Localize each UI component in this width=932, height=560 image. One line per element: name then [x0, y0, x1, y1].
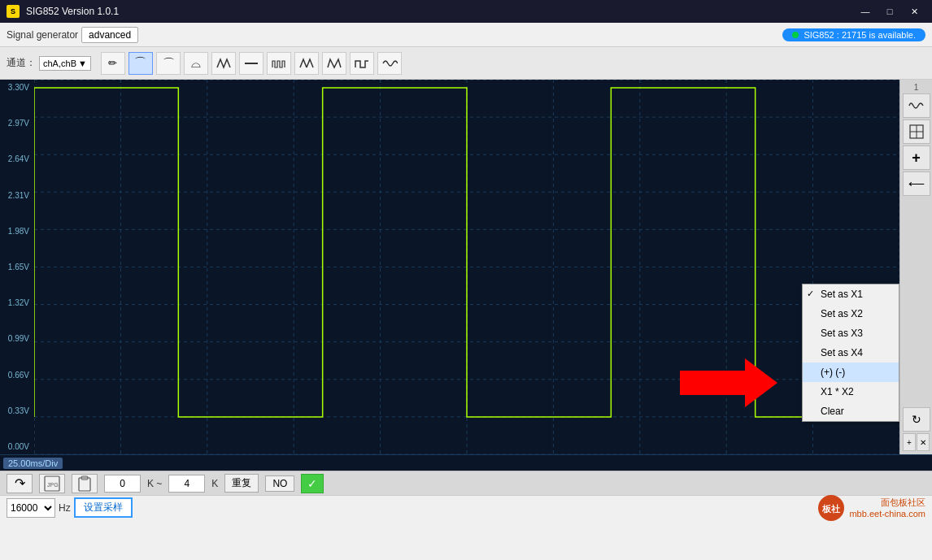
- y-axis-label: 1.98V: [2, 227, 33, 236]
- channel-label: 通道：: [7, 56, 36, 70]
- y-axis-label: 0.99V: [2, 334, 33, 343]
- wave-tool-0[interactable]: ⌒: [128, 52, 153, 75]
- context-menu-item-label: (+) (-): [821, 367, 845, 378]
- save-jpg-button[interactable]: JPG: [39, 474, 65, 493]
- context-menu-item-label: Set as X1: [821, 289, 863, 300]
- context-menu-item[interactable]: Clear: [803, 402, 899, 421]
- advanced-button[interactable]: advanced: [81, 27, 138, 43]
- channel-dropdown-arrow: ▼: [78, 59, 87, 68]
- side-plus-small[interactable]: +: [903, 433, 916, 451]
- wave-tool-3[interactable]: [211, 52, 236, 75]
- context-menu-item-label: Set as X4: [821, 347, 863, 358]
- title-bar: S SIG852 Version 1.0.1 — □ ✕: [0, 0, 932, 23]
- wave-tool-7[interactable]: [322, 52, 346, 75]
- pencil-tool[interactable]: ✏: [101, 52, 125, 75]
- y-axis-label: 1.32V: [2, 298, 33, 307]
- maximize-button[interactable]: □: [878, 3, 901, 20]
- freq-unit-label: Hz: [59, 502, 71, 514]
- y-axis-label: 1.65V: [2, 263, 33, 271]
- y-axis-labels: 3.30V2.97V2.64V2.31V1.98V1.65V1.32V0.99V…: [0, 80, 34, 454]
- repeat-button[interactable]: 重复: [224, 474, 259, 493]
- main-section: 3.30V2.97V2.64V2.31V1.98V1.65V1.32V0.99V…: [0, 80, 932, 454]
- side-plus-btn[interactable]: +: [903, 145, 930, 170]
- context-menu-item[interactable]: ✓Set as X1: [803, 284, 899, 304]
- range-to-input[interactable]: 4: [168, 475, 205, 493]
- side-number: 1: [903, 83, 930, 92]
- status-bar: 16000 Hz 设置采样 板社 面包板社区 mbb.eet-china.com: [0, 495, 932, 519]
- brand-text-container: 面包板社区 mbb.eet-china.com: [849, 497, 925, 519]
- context-menu-item[interactable]: X1 * X2: [803, 382, 899, 402]
- confirm-button[interactable]: ✓: [301, 474, 324, 493]
- wave-tool-6[interactable]: [294, 52, 319, 75]
- bottom-toolbar: ↷ JPG 0 K ~ 4 K 重复 NO ✓: [0, 471, 932, 495]
- sample-button[interactable]: 设置采样: [74, 497, 133, 518]
- wave-tool-4[interactable]: [239, 52, 263, 75]
- context-menu-item[interactable]: (+) (-): [803, 362, 899, 382]
- context-menu-item[interactable]: Set as X3: [803, 323, 899, 343]
- menu-bar-right: SIG852 : 21715 is available.: [782, 28, 925, 41]
- y-axis-label: 0.00V: [2, 442, 33, 451]
- status-text: SIG852 : 21715 is available.: [804, 30, 916, 40]
- side-arrow-btn[interactable]: ⟵: [903, 171, 930, 196]
- arrow-indicator: [680, 358, 777, 410]
- checkmark-icon: ✓: [807, 289, 814, 299]
- context-menu-item-label: Clear: [821, 406, 844, 417]
- brand-logo: 板社 面包板社区 mbb.eet-china.com: [817, 493, 925, 523]
- title-bar-controls: — □ ✕: [854, 3, 925, 20]
- side-x-small[interactable]: ✕: [917, 433, 930, 451]
- wave-tool-8[interactable]: [350, 52, 374, 75]
- svg-marker-23: [680, 358, 777, 407]
- side-btn-group: + ✕: [903, 433, 930, 451]
- context-menu-item-label: Set as X3: [821, 328, 863, 339]
- brand-name: 面包板社区: [849, 497, 925, 509]
- y-axis-label: 0.66V: [2, 371, 33, 380]
- close-button[interactable]: ✕: [903, 3, 925, 20]
- y-axis-label: 2.64V: [2, 154, 33, 163]
- y-axis-label: 0.33V: [2, 406, 33, 415]
- range-unit1-label: K ~: [147, 478, 162, 489]
- side-panel: 1 + ⟵ ↻ + ✕: [899, 80, 932, 454]
- svg-text:JPG: JPG: [47, 482, 59, 488]
- wave-tool-2[interactable]: ⌓: [184, 52, 208, 75]
- connection-status: SIG852 : 21715 is available.: [782, 28, 925, 41]
- context-menu-item-label: X1 * X2: [821, 386, 854, 397]
- minimize-button[interactable]: —: [854, 3, 877, 20]
- context-menu-item-label: Set as X2: [821, 308, 863, 319]
- svg-text:板社: 板社: [821, 504, 841, 514]
- paste-button[interactable]: [72, 474, 98, 493]
- channel-value: chA,chB: [43, 59, 76, 68]
- range-unit2-label: K: [211, 478, 218, 489]
- side-rotate-btn[interactable]: ↻: [903, 407, 930, 432]
- brand-url: mbb.eet-china.com: [849, 509, 925, 519]
- scope-area: 3.30V2.97V2.64V2.31V1.98V1.65V1.32V0.99V…: [0, 80, 899, 454]
- toolbar: 通道： chA,chB ▼ ✏ ⌒ ⌒ ⌓: [0, 47, 932, 80]
- status-dot: [792, 32, 799, 38]
- title-bar-left: S SIG852 Version 1.0.1: [7, 5, 119, 18]
- range-from-input[interactable]: 0: [104, 475, 141, 493]
- menu-bar: Signal generator advanced SIG852 : 21715…: [0, 23, 932, 47]
- redo-button[interactable]: ↷: [7, 474, 33, 493]
- side-wave-btn[interactable]: [903, 93, 930, 118]
- signal-generator-label: Signal generator: [7, 29, 78, 41]
- wave-tool-9[interactable]: [377, 52, 402, 75]
- context-menu-item[interactable]: Set as X2: [803, 304, 899, 323]
- y-axis-label: 2.31V: [2, 191, 33, 200]
- time-div-label: 25.00ms/Div: [3, 458, 63, 469]
- context-menu-item[interactable]: Set as X4: [803, 343, 899, 362]
- no-button[interactable]: NO: [265, 475, 294, 492]
- wave-tool-1[interactable]: ⌒: [156, 52, 181, 75]
- time-bar: 25.00ms/Div: [0, 454, 932, 471]
- app-title: SIG852 Version 1.0.1: [26, 6, 119, 17]
- channel-dropdown[interactable]: chA,chB ▼: [39, 56, 91, 71]
- freq-select[interactable]: 16000: [7, 498, 55, 518]
- freq-input-group: 16000 Hz 设置采样: [7, 497, 133, 518]
- brand-icon: 板社: [817, 493, 846, 523]
- wave-tool-5[interactable]: [267, 52, 291, 75]
- context-menu: ✓Set as X1Set as X2Set as X3Set as X4(+)…: [802, 284, 899, 422]
- channel-select: 通道： chA,chB ▼: [7, 56, 91, 71]
- y-axis-label: 3.30V: [2, 83, 33, 92]
- app-icon: S: [7, 5, 20, 18]
- y-axis-label: 2.97V: [2, 119, 33, 128]
- side-cross-btn[interactable]: [903, 119, 930, 144]
